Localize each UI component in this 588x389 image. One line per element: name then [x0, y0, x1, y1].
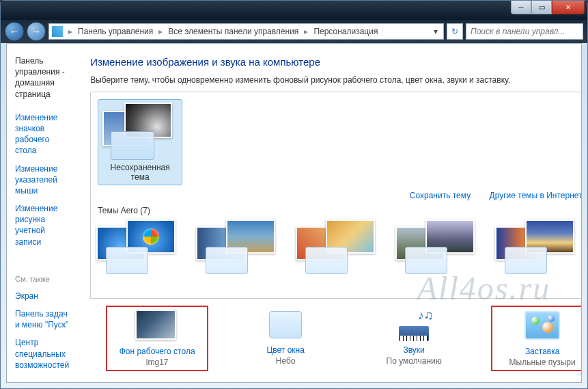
see-also-label: См. также: [15, 275, 69, 283]
window-thumb-icon: [305, 247, 348, 274]
chevron-right-icon: ▸: [156, 27, 165, 36]
theme-tile-nature[interactable]: [495, 219, 582, 274]
control-panel-icon: [52, 26, 63, 37]
theme-label: Несохраненная тема: [101, 163, 179, 182]
settings-row: Фон рабочего стола img17 Цвет окна Небо …: [90, 299, 582, 375]
window-thumb-icon: [206, 247, 248, 274]
breadcrumb-item[interactable]: Персонализация: [311, 25, 380, 38]
wallpaper-icon: [135, 310, 176, 340]
window-thumb-icon: [111, 131, 154, 160]
sidebar-home[interactable]: Панель управления - домашняя страница: [15, 53, 69, 102]
theme-tile-unsaved[interactable]: Несохраненная тема: [98, 99, 182, 185]
setting-value: Мыльные пузыри: [509, 358, 576, 367]
main-panel: ? Изменение изображения и звука на компь…: [78, 44, 582, 382]
back-button[interactable]: ←: [5, 22, 24, 41]
breadcrumb-item[interactable]: Все элементы панели управления: [165, 25, 301, 38]
windows-logo-icon: [143, 228, 159, 245]
maximize-button[interactable]: ▭: [531, 1, 552, 14]
window-thumb-icon: [106, 247, 148, 274]
title-bar: ─ ▭ ✕: [1, 1, 587, 20]
setting-label: Заставка: [525, 347, 560, 356]
theme-thumb: [102, 103, 178, 160]
content: Панель управления - домашняя страница Из…: [6, 43, 582, 383]
sidebar-link-mouse-pointers[interactable]: Изменение указателей мыши: [15, 161, 69, 199]
sounds-button[interactable]: ♪♫ Звуки По умолчанию: [363, 306, 465, 371]
screensaver-icon: [524, 311, 560, 340]
setting-label: Цвет окна: [266, 345, 304, 355]
music-notes-icon: ♪♫: [418, 308, 434, 323]
window-color-icon: [269, 311, 302, 338]
minimize-button[interactable]: ─: [511, 1, 531, 14]
setting-value: img17: [146, 358, 169, 367]
themes-list: Несохраненная тема Сохранить тему Другие…: [90, 92, 582, 299]
toolbar: ← → ▸ Панель управления ▸ Все элементы п…: [1, 20, 587, 43]
forward-button[interactable]: →: [27, 22, 46, 41]
desktop-background-button[interactable]: Фон рабочего стола img17: [106, 306, 208, 371]
refresh-button[interactable]: ↻: [447, 23, 463, 40]
setting-label: Звуки: [403, 345, 424, 355]
arrow-right-icon: →: [31, 26, 41, 37]
breadcrumb-item[interactable]: Панель управления: [75, 25, 156, 38]
sidebar: Панель управления - домашняя страница Из…: [7, 44, 78, 382]
save-theme-link[interactable]: Сохранить тему: [410, 191, 471, 200]
window: ─ ▭ ✕ ← → ▸ Панель управления ▸ Все элем…: [0, 0, 588, 389]
sidebar-link-taskbar[interactable]: Панель задач и меню "Пуск": [15, 306, 69, 332]
sidebar-link-account-picture[interactable]: Изменение рисунка учетной записи: [15, 201, 69, 250]
window-color-button[interactable]: Цвет окна Небо: [234, 306, 337, 371]
sidebar-link-desktop-icons[interactable]: Изменение значков рабочего стола: [15, 110, 69, 159]
sounds-icon: [399, 326, 429, 341]
close-button[interactable]: ✕: [552, 1, 585, 14]
screensaver-button[interactable]: Заставка Мыльные пузыри: [491, 306, 582, 371]
refresh-icon: ↻: [451, 27, 458, 36]
breadcrumb[interactable]: ▸ Панель управления ▸ Все элементы панел…: [48, 23, 444, 40]
page-description: Выберите тему, чтобы одновременно измени…: [90, 75, 582, 86]
setting-value: По умолчанию: [387, 356, 442, 366]
setting-value: Небо: [276, 356, 296, 366]
chevron-right-icon: ▸: [66, 27, 75, 36]
window-thumb-icon: [505, 247, 547, 274]
sidebar-link-display[interactable]: Экран: [15, 289, 69, 304]
more-themes-link[interactable]: Другие темы в Интернете: [490, 191, 582, 200]
chevron-right-icon: ▸: [301, 27, 311, 36]
theme-tile-architecture[interactable]: [196, 219, 290, 274]
setting-label: Фон рабочего стола: [120, 347, 195, 356]
theme-tile-landscapes[interactable]: [395, 219, 490, 274]
aero-section-label: Темы Aero (7): [98, 206, 582, 215]
theme-tile-windows7[interactable]: [96, 219, 191, 274]
arrow-left-icon: ←: [10, 26, 19, 37]
theme-tile-characters[interactable]: [296, 219, 390, 274]
sidebar-link-ease-of-access[interactable]: Центр специальных возможностей: [15, 335, 69, 373]
page-title: Изменение изображения и звука на компьют…: [90, 56, 582, 68]
chevron-down-icon[interactable]: ▾: [431, 27, 440, 36]
search-input[interactable]: [466, 23, 583, 40]
window-thumb-icon: [405, 247, 447, 274]
